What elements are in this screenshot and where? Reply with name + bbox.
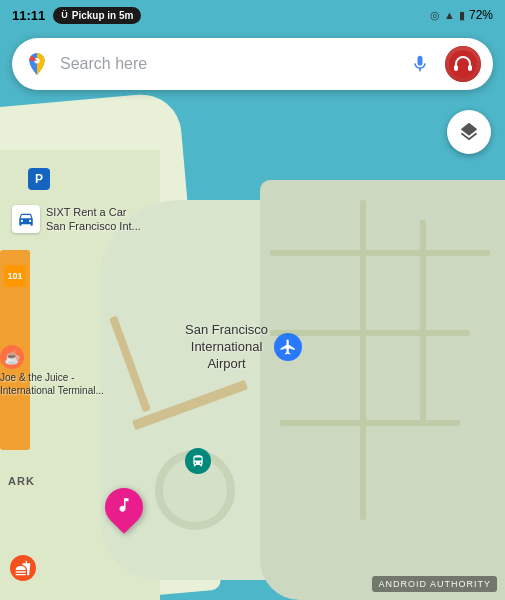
parking-label: P [35,172,43,186]
wifi-icon: ▲ [444,9,455,21]
ark-label: ARK [8,475,35,487]
uber-logo: Ü [61,10,68,20]
joe-icon: ☕ [0,345,24,369]
sfo-name: San FranciscoInternationalAirport [185,322,268,373]
search-placeholder: Search here [60,55,395,73]
poi-sfo[interactable]: San FranciscoInternationalAirport [185,322,302,373]
layers-button[interactable] [447,110,491,154]
runway-area [260,180,505,600]
sfo-label-block: San FranciscoInternationalAirport [185,322,268,373]
airport-icon [274,333,302,361]
poi-sixt[interactable]: SIXT Rent a Car San Francisco Int... [12,205,141,234]
status-time: 11:11 [12,8,45,23]
mic-button[interactable] [405,49,435,79]
svg-rect-3 [468,65,472,71]
layers-icon [458,121,480,143]
sixt-icon [12,205,40,233]
location-icon: ◎ [430,9,440,22]
status-left: 11:11 Ü Pickup in 5m [12,7,141,24]
map-background[interactable] [0,0,505,600]
avatar[interactable] [445,46,481,82]
runway-line [280,420,460,426]
watermark: ANDROID AUTHORITY [372,576,497,592]
status-right: ◎ ▲ ▮ 72% [430,8,493,22]
uber-label: Pickup in 5m [72,10,134,21]
poi-joe[interactable]: ☕ Joe & the Juice - International Termin… [0,345,120,397]
highway-number: 101 [7,271,22,281]
runway-line [420,220,426,420]
sixt-label: SIXT Rent a Car San Francisco Int... [46,205,141,234]
google-maps-logo [24,51,50,77]
uber-notification[interactable]: Ü Pickup in 5m [53,7,141,24]
runway-line [360,200,366,520]
status-bar: 11:11 Ü Pickup in 5m ◎ ▲ ▮ 72% [0,0,505,30]
battery-icon: ▮ [459,9,465,22]
battery-level: 72% [469,8,493,22]
parking-icon: P [28,168,50,190]
sixt-sub: San Francisco Int... [46,219,141,233]
sixt-name: SIXT Rent a Car [46,205,141,219]
svg-rect-2 [454,65,458,71]
food-icon[interactable] [10,555,36,581]
runway-line [270,250,490,256]
marker-inner [115,496,133,518]
avatar-image [445,46,481,82]
highway-shield: 101 [4,265,26,287]
joe-label: Joe & the Juice - International Terminal… [0,371,120,397]
transit-marker[interactable] [185,448,211,474]
search-bar[interactable]: Search here [12,38,493,90]
svg-point-1 [449,50,477,78]
